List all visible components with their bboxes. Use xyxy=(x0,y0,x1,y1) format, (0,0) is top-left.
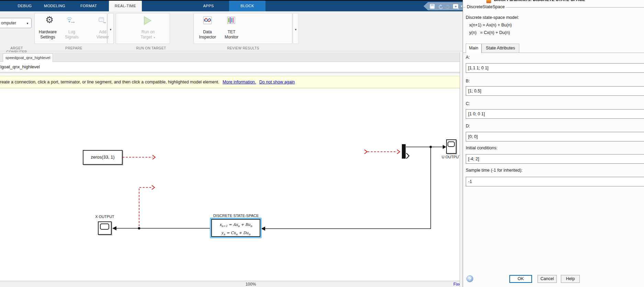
tet-monitor-icon xyxy=(227,16,236,26)
x-output-scope-block[interactable] xyxy=(98,221,112,235)
field-label-d: D: xyxy=(466,124,470,128)
dialog-section-title: DiscreteStateSpace xyxy=(465,4,506,9)
dss-block-title: DISCRETE STATE-SPACE xyxy=(208,214,264,218)
tab-real-time[interactable]: REAL-TIME xyxy=(109,1,142,11)
tab-apps[interactable]: APPS xyxy=(196,1,221,11)
add-viewer-icon xyxy=(97,16,107,27)
review-results-flyout-button[interactable]: ▼ xyxy=(293,13,299,44)
field-label-b: B: xyxy=(466,79,470,83)
chevron-down-icon: ▼ xyxy=(294,28,297,31)
more-information-link[interactable]: More information. xyxy=(223,80,256,84)
field-input-d[interactable] xyxy=(466,132,644,141)
document-tab-speedgoat[interactable]: speedgoat_qnx_highlevel xyxy=(3,53,53,62)
help-question-icon[interactable]: ? xyxy=(466,275,473,282)
run-on-target-button-line2[interactable]: Target ▼ xyxy=(135,35,161,39)
breadcrumb-text: lgoat_qnx_highlevel xyxy=(0,64,40,69)
block-parameters-dialog: Block Parameters: DISCRETE STATE-SPACE D… xyxy=(463,0,644,287)
breadcrumb[interactable]: lgoat_qnx_highlevel xyxy=(0,62,463,72)
quick-access-toolbar: » ★ ▼ xyxy=(423,2,463,10)
help-button[interactable]: Help xyxy=(561,275,580,283)
divider xyxy=(0,72,463,72)
dialog-description-line3: y(n) = Cx(n) + Du(n) xyxy=(469,30,510,35)
add-viewer-button-line2[interactable]: Viewer xyxy=(90,35,115,39)
data-inspector-button-line2[interactable]: Inspector xyxy=(195,35,220,39)
zeros-constant-block[interactable]: zeros(33, 1) xyxy=(83,150,123,165)
document-tab-bar: speedgoat_qnx_highlevel xyxy=(0,52,463,62)
section-caption-prepare: PREPARE xyxy=(34,46,113,50)
divider xyxy=(0,73,463,74)
favorites-more-icon[interactable]: » ★ xyxy=(453,3,458,9)
tet-monitor-button-line2[interactable]: Monitor xyxy=(219,35,244,39)
data-inspector-button[interactable]: Data xyxy=(195,30,220,34)
cancel-button[interactable]: Cancel xyxy=(538,275,557,283)
ok-button[interactable]: OK xyxy=(509,275,532,283)
data-inspector-icon xyxy=(203,16,212,26)
dialog-tab-strip xyxy=(463,53,644,53)
field-input-c[interactable] xyxy=(466,109,644,119)
dialog-title: Block Parameters: DISCRETE STATE-SPACE xyxy=(494,0,638,3)
log-signals-button-line2[interactable]: Signals xyxy=(59,35,84,39)
chevron-down-icon: ▼ xyxy=(26,22,29,25)
field-label-initial-conditions: Initial conditions: xyxy=(466,146,497,150)
field-label-sample-time: Sample time (-1 for inherited): xyxy=(466,168,522,173)
log-signals-button[interactable]: Log xyxy=(59,30,84,34)
tab-modeling[interactable]: MODELING xyxy=(40,1,69,11)
section-caption-review-results: REVIEW RESULTS xyxy=(193,46,293,50)
notification-message: reate a connection, click a port, termin… xyxy=(0,80,219,84)
simulink-realtime-window: DEBUG MODELING FORMAT REAL-TIME APPS BLO… xyxy=(0,0,644,287)
target-computer-value: omputer xyxy=(1,21,16,25)
field-input-b[interactable] xyxy=(466,86,644,96)
canvas-right-edge xyxy=(460,52,463,287)
hardware-settings-button-line2[interactable]: Settings xyxy=(35,35,60,39)
dialog-tab-main[interactable]: Main xyxy=(466,44,482,53)
scope-screen-icon xyxy=(448,141,455,147)
dss-equation-2: yn = Cxn + Dun xyxy=(212,230,260,238)
add-viewer-button[interactable]: Add xyxy=(90,30,115,34)
canvas-status-bar: 100% Fixed xyxy=(0,281,463,287)
block-dialog-icon xyxy=(486,0,491,3)
field-input-sample-time[interactable] xyxy=(466,177,644,186)
u-output-scope-block[interactable] xyxy=(446,139,456,154)
ribbon-tab-bar: DEBUG MODELING FORMAT REAL-TIME APPS BLO… xyxy=(0,1,463,11)
section-caption-run-on-target: RUN ON TARGET xyxy=(124,46,179,50)
discrete-state-space-block[interactable]: xn+1 = Axn + Bun yn = Cxn + Dun xyxy=(211,219,260,237)
field-input-a[interactable] xyxy=(466,63,644,73)
do-not-show-again-link[interactable]: Do not show again xyxy=(259,80,295,84)
hardware-settings-button[interactable]: Hardware xyxy=(35,30,60,34)
tab-format[interactable]: FORMAT xyxy=(76,1,102,11)
zoom-level: 100% xyxy=(237,282,264,287)
tab-block[interactable]: BLOCK xyxy=(229,1,265,11)
field-label-c: C: xyxy=(466,101,470,106)
save-icon[interactable] xyxy=(429,3,435,9)
undo-icon[interactable] xyxy=(437,3,443,9)
field-label-a: A: xyxy=(466,55,470,60)
chevron-down-icon: ▼ xyxy=(153,36,156,39)
tet-monitor-button[interactable]: TET xyxy=(219,30,244,34)
dialog-tab-state-attributes[interactable]: State Attributes xyxy=(482,44,519,53)
x-output-label: X OUTPUT xyxy=(91,215,118,219)
run-play-icon xyxy=(142,15,152,27)
model-canvas[interactable] xyxy=(0,88,460,281)
run-on-target-button[interactable]: Run on xyxy=(135,30,161,34)
redo-icon[interactable] xyxy=(445,3,451,9)
dialog-description-line2: x(n+1) = Ax(n) + Bu(n) xyxy=(469,23,512,27)
scope-screen-icon xyxy=(100,223,109,230)
log-signals-icon xyxy=(66,16,76,27)
gear-icon[interactable]: ⚙ xyxy=(45,14,54,25)
tab-debug[interactable]: DEBUG xyxy=(14,1,36,11)
dialog-description-line1: Discrete state-space model: xyxy=(466,15,519,20)
dss-equation-1: xn+1 = Axn + Bun xyxy=(212,221,260,230)
field-input-initial-conditions[interactable] xyxy=(466,154,644,164)
notification-bar: reate a connection, click a port, termin… xyxy=(0,76,463,88)
target-computer-combo[interactable]: omputer ▼ xyxy=(0,18,32,28)
